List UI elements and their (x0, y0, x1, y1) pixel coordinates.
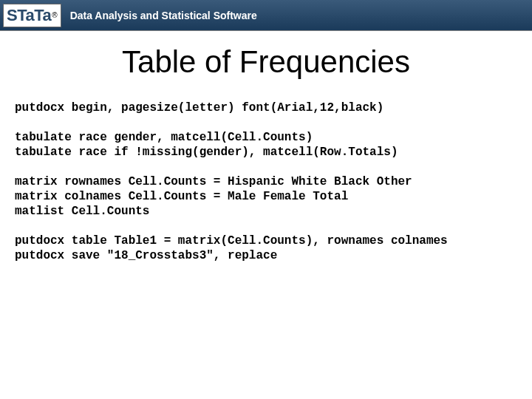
logo-registered: ® (52, 11, 57, 19)
code-group-4: putdocx table Table1 = matrix(Cell.Count… (15, 233, 517, 263)
header-bar: STaTa® Data Analysis and Statistical Sof… (0, 0, 532, 31)
code-line: putdocx begin, pagesize(letter) font(Ari… (15, 100, 517, 115)
code-group-3: matrix rownames Cell.Counts = Hispanic W… (15, 174, 517, 219)
code-line: putdocx table Table1 = matrix(Cell.Count… (15, 233, 517, 248)
logo-box: STaTa® (3, 4, 61, 27)
code-line: putdocx save "18_Crosstabs3", replace (15, 248, 517, 263)
code-line: matlist Cell.Counts (15, 204, 517, 219)
code-line: tabulate race if !missing(gender), matce… (15, 145, 517, 160)
page-title: Table of Frequencies (0, 44, 532, 80)
code-group-2: tabulate race gender, matcell(Cell.Count… (15, 130, 517, 160)
code-block: putdocx begin, pagesize(letter) font(Ari… (0, 100, 532, 263)
code-group-1: putdocx begin, pagesize(letter) font(Ari… (15, 100, 517, 115)
code-line: matrix colnames Cell.Counts = Male Femal… (15, 189, 517, 204)
code-line: matrix rownames Cell.Counts = Hispanic W… (15, 174, 517, 189)
logo-text: STaTa (7, 6, 51, 25)
code-line: tabulate race gender, matcell(Cell.Count… (15, 130, 517, 145)
tagline-text: Data Analysis and Statistical Software (70, 10, 257, 21)
